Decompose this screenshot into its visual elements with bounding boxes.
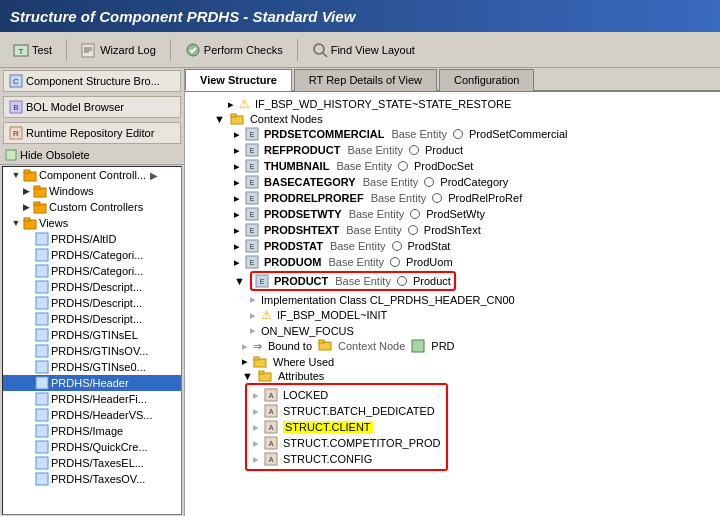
tree-item-prdhs-descript2[interactable]: PRDHS/Descript...: [3, 295, 181, 311]
tabs-bar: View Structure RT Rep Details of View Co…: [185, 68, 720, 92]
entity-icon: E: [245, 127, 259, 141]
content-item-refproduct[interactable]: ▸ E REFPRODUCT Base Entity Product: [193, 142, 712, 158]
warning-icon: ⚠: [239, 97, 250, 111]
toolbar: T Test Wizard Log Perform Checks Find Vi…: [0, 32, 720, 68]
svg-text:E: E: [250, 147, 255, 154]
locked-attr-icon: A: [264, 388, 278, 402]
comp-structure-nav-button[interactable]: C Component Structure Bro...: [3, 70, 181, 92]
left-tree-panel[interactable]: ▼ Component Controll... ▶ ▶ Windows ▶ Cu…: [2, 166, 182, 515]
svg-rect-31: [36, 345, 48, 357]
tree-item-prdhs-header[interactable]: PRDHS/Header: [3, 375, 181, 391]
bol-model-icon: B: [9, 100, 23, 114]
view-item-icon: [35, 392, 49, 406]
content-item-locked[interactable]: ▸ A LOCKED: [251, 387, 442, 403]
tree-item-prdhs-taxesov[interactable]: PRDHS/TaxesOV...: [3, 471, 181, 487]
tree-item-prdhs-quickcre[interactable]: PRDHS/QuickCre...: [3, 439, 181, 455]
content-item-impl-class[interactable]: ▸ Implementation Class CL_PRDHS_HEADER_C…: [193, 292, 712, 307]
svg-text:A: A: [269, 408, 274, 415]
tab-configuration[interactable]: Configuration: [439, 69, 534, 91]
runtime-repo-nav-button[interactable]: R Runtime Repository Editor: [3, 122, 181, 144]
tree-item-prdhs-headervs[interactable]: PRDHS/HeaderVS...: [3, 407, 181, 423]
tree-item-prdhs-categori1[interactable]: PRDHS/Categori...: [3, 247, 181, 263]
toolbar-divider-2: [170, 39, 171, 61]
tree-item-prdhs-taxesel[interactable]: PRDHS/TaxesEL...: [3, 455, 181, 471]
custom-ctrl-folder-icon: [33, 200, 47, 214]
content-item-prodsetwty[interactable]: ▸ E PRODSETWTY Base Entity ProdSetWty: [193, 206, 712, 222]
tab-view-structure[interactable]: View Structure: [185, 69, 292, 91]
tab-rt-rep[interactable]: RT Rep Details of View: [294, 69, 437, 91]
content-item-on-new-focus[interactable]: ▸ ON_NEW_FOCUS: [193, 323, 712, 338]
content-item-produom[interactable]: ▸ E PRODUOM Base Entity ProdUom: [193, 254, 712, 270]
svg-text:E: E: [250, 211, 255, 218]
bol-model-nav-button[interactable]: B BOL Model Browser: [3, 96, 181, 118]
content-item-attributes[interactable]: ▼ Attributes: [193, 369, 712, 383]
tree-item-prdhs-gtinsel[interactable]: PRDHS/GTINsEL: [3, 327, 181, 343]
page-title: Structure of Component PRDHS - Standard …: [10, 8, 355, 25]
tree-item-prdhs-headerfi[interactable]: PRDHS/HeaderFi...: [3, 391, 181, 407]
circle-icon: [409, 145, 419, 155]
content-item-bound-to[interactable]: ▸ ⇒ Bound to Context Node PRD: [193, 338, 712, 354]
struct-client-highlighted: STRUCT.CLIENT: [283, 421, 373, 433]
content-item-struct-competitor[interactable]: ▸ A STRUCT.COMPETITOR_PROD: [251, 435, 442, 451]
content-item-prdsetcommercial[interactable]: ▸ E PRDSETCOMMERCIAL Base Entity ProdSet…: [193, 126, 712, 142]
content-item-product[interactable]: ▼ E PRODUCT Base Entity Product: [193, 270, 712, 292]
expand-icon: ▼: [11, 218, 21, 228]
view-item-icon: [35, 296, 49, 310]
svg-text:E: E: [260, 278, 265, 285]
entity-icon: E: [245, 159, 259, 173]
tree-item-prdhs-categori2[interactable]: PRDHS/Categori...: [3, 263, 181, 279]
svg-rect-29: [36, 313, 48, 325]
svg-rect-26: [36, 265, 48, 277]
content-item-if-bsp-wd[interactable]: ▸ ⚠ IF_BSP_WD_HISTORY_STATE~STATE_RESTOR…: [193, 96, 712, 112]
content-item-prodrelproref[interactable]: ▸ E PRODRELPROREF Base Entity ProdRelPro…: [193, 190, 712, 206]
wizard-log-button[interactable]: Wizard Log: [74, 39, 163, 61]
hide-obsolete-bar: Hide Obsolete: [0, 146, 184, 165]
svg-rect-33: [36, 377, 48, 389]
content-item-prodstat[interactable]: ▸ E PRODSTAT Base Entity ProdStat: [193, 238, 712, 254]
tree-item-windows[interactable]: ▶ Windows: [3, 183, 181, 199]
view-item-icon: [35, 472, 49, 486]
attributes-red-box: ▸ A LOCKED ▸ A STRUCT.BATCH_DEDICATED ▸ …: [245, 383, 448, 471]
view-item-icon: [35, 232, 49, 246]
svg-rect-24: [36, 233, 48, 245]
svg-rect-15: [6, 150, 16, 160]
toolbar-divider-1: [66, 39, 67, 61]
svg-rect-63: [319, 340, 324, 343]
content-item-struct-config[interactable]: ▸ A STRUCT.CONFIG: [251, 451, 442, 467]
tree-item-prdhs-descript3[interactable]: PRDHS/Descript...: [3, 311, 181, 327]
svg-text:T: T: [19, 47, 24, 56]
tree-item-views[interactable]: ▼ Views: [3, 215, 181, 231]
view-item-icon: [35, 264, 49, 278]
tree-item-custom-controllers[interactable]: ▶ Custom Controllers: [3, 199, 181, 215]
runtime-repo-icon: R: [9, 126, 23, 140]
perform-checks-button[interactable]: Perform Checks: [178, 39, 290, 61]
struct-client-icon: A: [264, 420, 278, 434]
test-button[interactable]: T Test: [6, 39, 59, 61]
tree-item-comp-controllers[interactable]: ▼ Component Controll... ▶: [3, 167, 181, 183]
tree-item-prdhs-image[interactable]: PRDHS/Image: [3, 423, 181, 439]
content-area[interactable]: ▸ ⚠ IF_BSP_WD_HISTORY_STATE~STATE_RESTOR…: [185, 92, 720, 516]
comp-ctrl-folder-icon: [23, 168, 37, 182]
content-item-struct-client[interactable]: ▸ A STRUCT.CLIENT: [251, 419, 442, 435]
find-view-layout-button[interactable]: Find View Layout: [305, 39, 422, 61]
content-item-struct-batch[interactable]: ▸ A STRUCT.BATCH_DEDICATED: [251, 403, 442, 419]
view-item-icon: [35, 360, 49, 374]
content-item-context-nodes[interactable]: ▼ Context Nodes: [193, 112, 712, 126]
content-item-thumbnail[interactable]: ▸ E THUMBNAIL Base Entity ProdDocSet: [193, 158, 712, 174]
circle-icon: [392, 241, 402, 251]
tree-item-prdhs-gtinsov[interactable]: PRDHS/GTINsOV...: [3, 343, 181, 359]
content-item-where-used[interactable]: ▸ Where Used: [193, 354, 712, 369]
content-item-if-bsp-model[interactable]: ▸ ⚠ IF_BSP_MODEL~INIT: [193, 307, 712, 323]
product-red-outline: E PRODUCT Base Entity Product: [250, 271, 456, 291]
bound-to-folder-icon: [318, 339, 332, 353]
view-item-icon: [35, 248, 49, 262]
tree-item-prdhs-descript1[interactable]: PRDHS/Descript...: [3, 279, 181, 295]
content-item-basecategory[interactable]: ▸ E BASECATEGORY Base Entity ProdCategor…: [193, 174, 712, 190]
tree-item-prdhs-gtinse0[interactable]: PRDHS/GTINse0...: [3, 359, 181, 375]
left-panel: C Component Structure Bro... B BOL Model…: [0, 68, 185, 516]
tree-item-prdhs-altid[interactable]: PRDHS/AltID: [3, 231, 181, 247]
svg-text:E: E: [250, 179, 255, 186]
view-item-icon: [35, 328, 49, 342]
content-item-prodshtext[interactable]: ▸ E PRODSHTEXT Base Entity ProdShText: [193, 222, 712, 238]
svg-rect-25: [36, 249, 48, 261]
